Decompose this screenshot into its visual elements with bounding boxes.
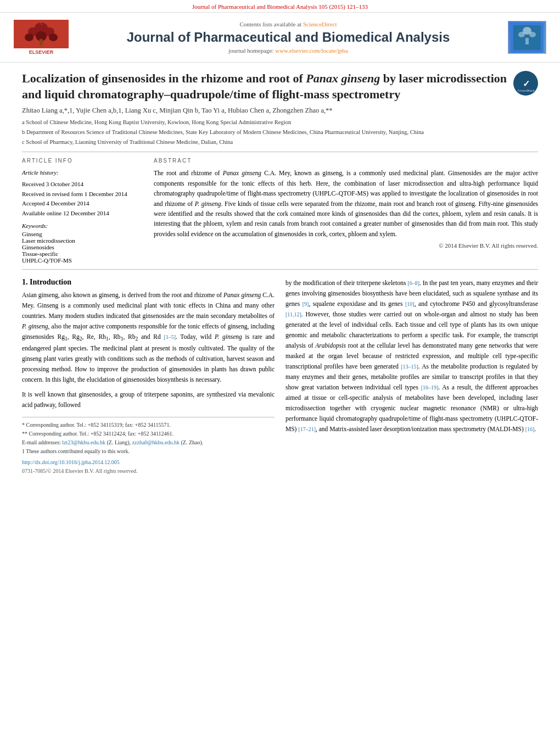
keyword-3: Ginsenosides [22,244,143,250]
svg-point-6 [49,34,58,41]
footnote-note1: 1 These authors contributed equally to t… [22,447,275,456]
svg-point-4 [25,34,33,41]
affil-b: b Department of Resources Science of Tra… [22,128,538,137]
footnote-corresp1: * Corresponding author. Tel.: +852 34115… [22,421,275,429]
keyword-4: Tissue-specific [22,250,143,257]
svg-point-14 [529,32,536,37]
article-meta-section: ARTICLE INFO Article history: Received 3… [22,158,538,264]
svg-point-13 [518,32,525,37]
copyright-notice: © 2014 Elsevier B.V. All rights reserved… [154,242,538,249]
abstract-label: ABSTRACT [154,158,538,164]
article-info-column: ARTICLE INFO Article history: Received 3… [22,158,143,264]
corner-logo [505,18,549,57]
paper-title: Localization of ginsenosides in the rhiz… [22,71,508,102]
top-bar: Journal of Pharmaceutical and Biomedical… [0,0,560,13]
article-history: Article history: Received 3 October 2014… [22,168,143,218]
journal-title-main: Journal of Pharmaceutical and Biomedical… [71,30,505,45]
journal-header: ELSEVIER Contents lists available at Sci… [0,13,560,63]
footnote-corresp2: ** Corresponding author. Tel.: +852 3411… [22,429,275,438]
affil-c: c School of Pharmacy, Liaoning Universit… [22,138,538,147]
svg-text:CrossMark: CrossMark [517,89,535,92]
keyword-2: Laser microdissection [22,237,143,244]
sciencedirect-link[interactable]: ScienceDirect [303,21,337,27]
footnote-emails: E-mail addresses: lzt23@hkbu.edu.hk (Z. … [22,438,275,447]
paper-title-italic: Panax ginseng [306,71,380,85]
keywords-section: Keywords: Ginseng Laser microdissection … [22,222,143,264]
body-right-column: by the modification of their triterpene … [285,278,538,476]
body-left-column: 1. Introduction Asian ginseng, also know… [22,278,275,476]
intro-para1: Asian ginseng, also known as ginseng, is… [22,290,275,385]
available-date: Available online 12 December 2014 [22,209,143,219]
journal-homepage: journal homepage: www.elsevier.com/locat… [71,47,505,54]
abstract-text: The root and rhizome of Panax ginseng C.… [154,168,538,239]
svg-rect-7 [40,39,43,46]
issn-line: 0731-7085/© 2014 Elsevier B.V. All right… [22,467,275,476]
elsevier-logo-svg: ELSEVIER [14,20,69,55]
affiliations: a School of Chinese Medicine, Hong Kong … [22,118,538,146]
corner-brand-image [508,21,546,54]
svg-text:✓: ✓ [522,79,529,88]
authors: Zhitao Liang a,*,1, Yujie Chen a,b,1, Li… [22,107,538,115]
contents-line: Contents lists available at ScienceDirec… [71,21,505,27]
doi-link[interactable]: http://dx.doi.org/10.1016/j.jpba.2014.12… [22,459,120,465]
intro-heading: 1. Introduction [22,278,275,287]
keyword-5: UHPLC-Q/TOF-MS [22,257,143,264]
divider-1 [22,152,538,152]
journal-title-block: Contents lists available at ScienceDirec… [71,21,505,54]
doi-line: http://dx.doi.org/10.1016/j.jpba.2014.12… [22,458,275,467]
abstract-column: ABSTRACT The root and rhizome of Panax g… [154,158,538,264]
journal-reference: Journal of Pharmaceutical and Biomedical… [192,3,368,10]
homepage-url[interactable]: www.elsevier.com/locate/jpba [275,47,348,54]
email-link-1[interactable]: lzt23@hkbu.edu.hk [62,439,105,445]
received-date: Received 3 October 2014 [22,180,143,189]
paper-content: Localization of ginsenosides in the rhiz… [0,63,560,487]
intro-right-para1: by the modification of their triterpene … [285,278,538,434]
keywords-label: Keywords: [22,222,143,229]
article-info-label: ARTICLE INFO [22,158,143,164]
main-body: 1. Introduction Asian ginseng, also know… [22,278,538,476]
received-revised-date: Received in revised form 1 December 2014 [22,189,143,199]
svg-text:ELSEVIER: ELSEVIER [29,49,54,55]
intro-para2: It is well known that ginsenosides, a gr… [22,389,275,410]
divider-2 [22,269,538,270]
crossmark-badge[interactable]: ✓ CrossMark [513,71,538,96]
affil-a: a School of Chinese Medicine, Hong Kong … [22,118,538,127]
elsevier-logo: ELSEVIER [11,18,71,57]
accepted-date: Accepted 4 December 2014 [22,199,143,209]
footnotes: * Corresponding author. Tel.: +852 34115… [22,417,275,476]
paper-title-section: Localization of ginsenosides in the rhiz… [22,71,538,102]
svg-rect-15 [525,38,529,44]
email-link-2[interactable]: zzzha0@hkbu.edu.hk [132,439,180,445]
history-label: Article history: [22,168,143,178]
keyword-1: Ginseng [22,231,143,237]
